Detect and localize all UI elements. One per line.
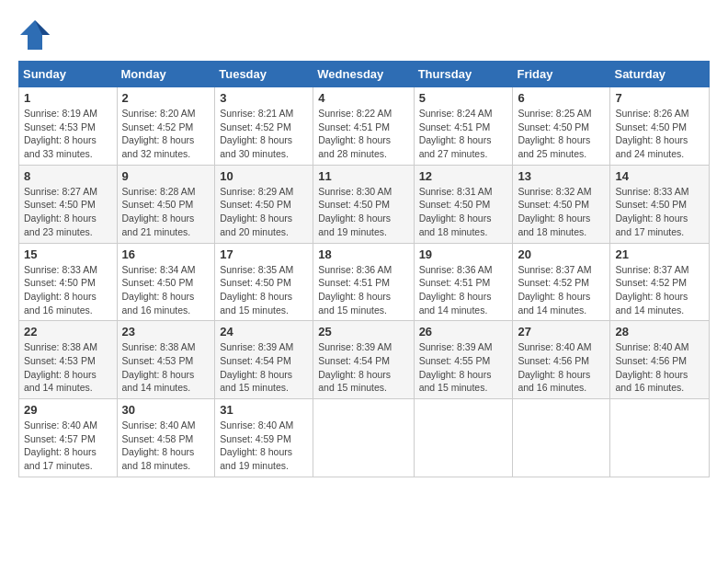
day-number: 18 (318, 247, 408, 261)
calendar-cell: 9Sunrise: 8:28 AMSunset: 4:50 PMDaylight… (117, 165, 215, 243)
day-number: 31 (220, 403, 308, 417)
calendar-cell: 7Sunrise: 8:26 AMSunset: 4:50 PMDaylight… (610, 87, 710, 166)
calendar-cell: 24Sunrise: 8:39 AMSunset: 4:54 PMDayligh… (215, 321, 313, 399)
calendar-week-row: 29Sunrise: 8:40 AMSunset: 4:57 PMDayligh… (19, 399, 710, 477)
day-number: 30 (122, 403, 210, 417)
calendar-table: SundayMondayTuesdayWednesdayThursdayFrid… (18, 61, 710, 477)
weekday-header: Tuesday (215, 62, 313, 87)
calendar-week-row: 1Sunrise: 8:19 AMSunset: 4:53 PMDaylight… (19, 87, 710, 166)
day-info: Sunrise: 8:29 AMSunset: 4:50 PMDaylight:… (220, 185, 308, 239)
day-number: 22 (24, 325, 112, 339)
day-number: 11 (318, 169, 408, 183)
day-number: 6 (518, 91, 605, 105)
day-number: 16 (122, 247, 210, 261)
day-info: Sunrise: 8:38 AMSunset: 4:53 PMDaylight:… (122, 340, 210, 395)
day-number: 2 (122, 91, 210, 105)
calendar-body: 1Sunrise: 8:19 AMSunset: 4:53 PMDaylight… (19, 87, 710, 477)
day-number: 12 (419, 169, 508, 183)
calendar-cell: 5Sunrise: 8:24 AMSunset: 4:51 PMDaylight… (414, 87, 513, 166)
day-number: 15 (24, 247, 112, 261)
day-info: Sunrise: 8:37 AMSunset: 4:52 PMDaylight:… (518, 263, 605, 317)
day-number: 20 (518, 247, 605, 261)
day-info: Sunrise: 8:20 AMSunset: 4:52 PMDaylight:… (122, 107, 210, 161)
day-info: Sunrise: 8:35 AMSunset: 4:50 PMDaylight:… (220, 263, 308, 317)
calendar-week-row: 15Sunrise: 8:33 AMSunset: 4:50 PMDayligh… (19, 243, 710, 321)
calendar-cell: 12Sunrise: 8:31 AMSunset: 4:50 PMDayligh… (414, 165, 513, 243)
day-number: 14 (615, 169, 704, 183)
day-info: Sunrise: 8:39 AMSunset: 4:54 PMDaylight:… (318, 340, 408, 395)
calendar-cell: 11Sunrise: 8:30 AMSunset: 4:50 PMDayligh… (313, 165, 414, 243)
day-info: Sunrise: 8:39 AMSunset: 4:54 PMDaylight:… (220, 340, 308, 395)
calendar-cell: 3Sunrise: 8:21 AMSunset: 4:52 PMDaylight… (215, 87, 313, 166)
day-number: 7 (615, 91, 704, 105)
day-info: Sunrise: 8:36 AMSunset: 4:51 PMDaylight:… (318, 263, 408, 317)
calendar-cell: 6Sunrise: 8:25 AMSunset: 4:50 PMDaylight… (513, 87, 610, 166)
day-info: Sunrise: 8:33 AMSunset: 4:50 PMDaylight:… (615, 185, 704, 239)
calendar-week-row: 8Sunrise: 8:27 AMSunset: 4:50 PMDaylight… (19, 165, 710, 243)
calendar-header: SundayMondayTuesdayWednesdayThursdayFrid… (19, 62, 710, 87)
calendar-cell: 27Sunrise: 8:40 AMSunset: 4:56 PMDayligh… (513, 321, 610, 399)
day-info: Sunrise: 8:31 AMSunset: 4:50 PMDaylight:… (419, 185, 508, 239)
calendar-cell: 14Sunrise: 8:33 AMSunset: 4:50 PMDayligh… (610, 165, 710, 243)
day-info: Sunrise: 8:37 AMSunset: 4:52 PMDaylight:… (615, 263, 704, 317)
calendar-cell: 18Sunrise: 8:36 AMSunset: 4:51 PMDayligh… (313, 243, 414, 321)
logo-icon (18, 18, 51, 52)
calendar-cell: 1Sunrise: 8:19 AMSunset: 4:53 PMDaylight… (19, 87, 118, 166)
day-number: 26 (419, 325, 508, 339)
day-number: 28 (615, 325, 704, 339)
calendar-cell (414, 399, 513, 477)
day-number: 10 (220, 169, 308, 183)
day-number: 25 (318, 325, 408, 339)
day-number: 21 (615, 247, 704, 261)
calendar-cell (610, 399, 710, 477)
day-info: Sunrise: 8:40 AMSunset: 4:56 PMDaylight:… (615, 340, 704, 395)
day-number: 9 (122, 169, 210, 183)
day-info: Sunrise: 8:25 AMSunset: 4:50 PMDaylight:… (518, 107, 605, 161)
day-info: Sunrise: 8:19 AMSunset: 4:53 PMDaylight:… (24, 107, 112, 161)
day-number: 1 (24, 91, 112, 105)
day-info: Sunrise: 8:40 AMSunset: 4:57 PMDaylight:… (24, 419, 112, 473)
calendar-cell: 15Sunrise: 8:33 AMSunset: 4:50 PMDayligh… (19, 243, 118, 321)
calendar-cell (313, 399, 414, 477)
calendar-cell: 21Sunrise: 8:37 AMSunset: 4:52 PMDayligh… (610, 243, 710, 321)
calendar-cell: 20Sunrise: 8:37 AMSunset: 4:52 PMDayligh… (513, 243, 610, 321)
calendar-cell: 23Sunrise: 8:38 AMSunset: 4:53 PMDayligh… (117, 321, 215, 399)
day-info: Sunrise: 8:34 AMSunset: 4:50 PMDaylight:… (122, 263, 210, 317)
day-info: Sunrise: 8:30 AMSunset: 4:50 PMDaylight:… (318, 185, 408, 239)
calendar-week-row: 22Sunrise: 8:38 AMSunset: 4:53 PMDayligh… (19, 321, 710, 399)
day-info: Sunrise: 8:40 AMSunset: 4:58 PMDaylight:… (122, 419, 210, 473)
day-number: 8 (24, 169, 112, 183)
weekday-header: Friday (513, 62, 610, 87)
day-info: Sunrise: 8:38 AMSunset: 4:53 PMDaylight:… (24, 340, 112, 395)
logo (18, 18, 55, 52)
calendar-cell: 10Sunrise: 8:29 AMSunset: 4:50 PMDayligh… (215, 165, 313, 243)
day-info: Sunrise: 8:27 AMSunset: 4:50 PMDaylight:… (24, 185, 112, 239)
calendar-cell: 19Sunrise: 8:36 AMSunset: 4:51 PMDayligh… (414, 243, 513, 321)
day-number: 4 (318, 91, 408, 105)
weekday-header: Sunday (19, 62, 118, 87)
calendar-cell: 28Sunrise: 8:40 AMSunset: 4:56 PMDayligh… (610, 321, 710, 399)
day-number: 17 (220, 247, 308, 261)
day-info: Sunrise: 8:24 AMSunset: 4:51 PMDaylight:… (419, 107, 508, 161)
day-info: Sunrise: 8:36 AMSunset: 4:51 PMDaylight:… (419, 263, 508, 317)
day-number: 29 (24, 403, 112, 417)
day-info: Sunrise: 8:39 AMSunset: 4:55 PMDaylight:… (419, 340, 508, 395)
day-number: 13 (518, 169, 605, 183)
calendar-cell: 25Sunrise: 8:39 AMSunset: 4:54 PMDayligh… (313, 321, 414, 399)
calendar-cell: 22Sunrise: 8:38 AMSunset: 4:53 PMDayligh… (19, 321, 118, 399)
day-info: Sunrise: 8:22 AMSunset: 4:51 PMDaylight:… (318, 107, 408, 161)
weekday-header: Thursday (414, 62, 513, 87)
page-header (18, 18, 710, 52)
day-number: 24 (220, 325, 308, 339)
calendar-cell: 16Sunrise: 8:34 AMSunset: 4:50 PMDayligh… (117, 243, 215, 321)
calendar-cell: 17Sunrise: 8:35 AMSunset: 4:50 PMDayligh… (215, 243, 313, 321)
day-number: 3 (220, 91, 308, 105)
day-number: 27 (518, 325, 605, 339)
weekday-header: Saturday (610, 62, 710, 87)
day-info: Sunrise: 8:28 AMSunset: 4:50 PMDaylight:… (122, 185, 210, 239)
calendar-cell: 26Sunrise: 8:39 AMSunset: 4:55 PMDayligh… (414, 321, 513, 399)
day-info: Sunrise: 8:40 AMSunset: 4:56 PMDaylight:… (518, 340, 605, 395)
day-info: Sunrise: 8:26 AMSunset: 4:50 PMDaylight:… (615, 107, 704, 161)
day-info: Sunrise: 8:32 AMSunset: 4:50 PMDaylight:… (518, 185, 605, 239)
day-info: Sunrise: 8:21 AMSunset: 4:52 PMDaylight:… (220, 107, 308, 161)
